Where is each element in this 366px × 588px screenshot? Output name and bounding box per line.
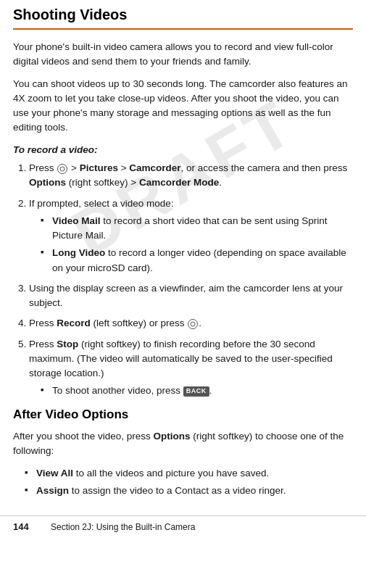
long-video-label: Long Video xyxy=(52,247,105,258)
assign-label: Assign xyxy=(36,485,69,496)
step-1: Press > Pictures > Camcorder, or access … xyxy=(29,161,353,191)
video-mail-label: Video Mail xyxy=(52,215,101,226)
procedure-label: To record a video: xyxy=(13,143,353,157)
bullet-assign: Assign to assign the video to a Contact … xyxy=(25,484,353,498)
stop-label: Stop xyxy=(57,339,78,349)
footer: 144 Section 2J: Using the Built-in Camer… xyxy=(0,515,366,539)
page-container: DRAFT Shooting Videos Your phone's built… xyxy=(0,0,366,588)
step-2-bullets: Video Mail to record a short video that … xyxy=(41,214,353,276)
bullet-shoot-another: To shoot another video, press BACK. xyxy=(41,384,353,398)
bullet-long-video: Long Video to record a longer video (dep… xyxy=(41,246,353,276)
bullet-video-mail: Video Mail to record a short video that … xyxy=(41,214,353,244)
footer-section-text: Section 2J: Using the Built-in Camera xyxy=(51,521,195,534)
bullet-view-all: View All to all the videos and picture y… xyxy=(25,466,353,481)
step-4: Press Record (left softkey) or press . xyxy=(29,316,353,331)
step-3: Using the display screen as a viewfinder… xyxy=(29,281,353,311)
intro-para-2: You can shoot videos up to 30 seconds lo… xyxy=(13,77,353,136)
content-area: Shooting Videos Your phone's built-in vi… xyxy=(0,0,366,513)
subsection-intro: After you shoot the video, press Options… xyxy=(13,429,353,459)
section-title: Shooting Videos xyxy=(13,0,353,30)
subsection-title: After Video Options xyxy=(13,406,353,424)
view-all-label: View All xyxy=(36,468,73,479)
step-5-bullets: To shoot another video, press BACK. xyxy=(41,384,353,398)
options-label-2: Options xyxy=(154,431,191,442)
record-label: Record xyxy=(57,318,91,328)
camcorder-mode-label: Camcorder Mode xyxy=(139,177,219,188)
menu-key-icon-1 xyxy=(57,164,67,174)
subsection-bullets: View All to all the videos and picture y… xyxy=(25,466,353,499)
step-2: If prompted, select a video mode: Video … xyxy=(29,196,353,276)
back-key-icon: BACK xyxy=(183,386,209,397)
footer-page-number: 144 xyxy=(13,521,42,534)
step-5: Press Stop (right softkey) to finish rec… xyxy=(29,337,353,399)
intro-para-1: Your phone's built-in video camera allow… xyxy=(13,40,353,70)
camcorder-label: Camcorder xyxy=(129,162,180,173)
steps-list: Press > Pictures > Camcorder, or access … xyxy=(29,161,353,399)
pictures-label: Pictures xyxy=(80,162,118,173)
menu-key-icon-2 xyxy=(188,319,198,329)
options-label-1: Options xyxy=(29,177,66,188)
